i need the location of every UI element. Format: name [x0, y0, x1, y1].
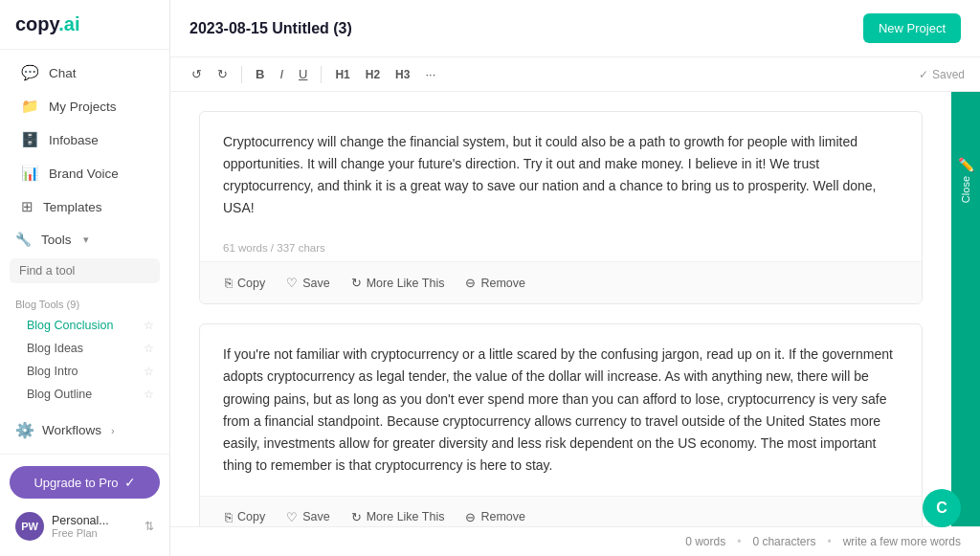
word-count: 0 words [685, 535, 725, 548]
h3-button[interactable]: H3 [390, 64, 415, 85]
status-bar: 0 words • 0 characters • write a few mor… [170, 526, 980, 556]
toolbar-divider [241, 66, 242, 83]
remove-icon: ⊖ [465, 510, 476, 524]
sidebar-item-blog-outline[interactable]: Blog Outline ☆ [0, 383, 169, 406]
star-icon[interactable]: ☆ [144, 319, 154, 332]
separator: • [827, 535, 831, 548]
sidebar-item-infobase[interactable]: 🗄️ Infobase [6, 123, 164, 156]
chevron-up-down-icon: ⇅ [145, 520, 154, 533]
content-block: Cryptocurrency will change the financial… [199, 111, 923, 304]
sidebar-item-chat[interactable]: 💬 Chat [6, 56, 164, 89]
close-panel-button[interactable]: ✏️ Close [954, 149, 978, 211]
undo-button[interactable]: ↺ [186, 63, 208, 85]
chat-icon: 💬 [21, 64, 39, 81]
content-area: Cryptocurrency will change the financial… [170, 92, 980, 526]
sidebar-bottom: Upgrade to Pro ✓ PW Personal... Free Pla… [0, 454, 169, 556]
sidebar-item-blog-ideas[interactable]: Blog Ideas ☆ [0, 337, 169, 360]
remove-icon: ⊖ [465, 276, 476, 290]
user-name: Personal... [52, 514, 137, 527]
sidebar-item-label: Brand Voice [49, 167, 119, 181]
sub-item-label: Blog Intro [27, 365, 78, 378]
check-icon: ✓ [124, 475, 136, 490]
content-block: If you're not familiar with cryptocurren… [199, 323, 923, 526]
infobase-icon: 🗄️ [21, 131, 39, 148]
avatar: PW [15, 512, 44, 541]
save-button[interactable]: ♡ Save [277, 270, 340, 296]
new-project-button[interactable]: New Project [863, 13, 961, 43]
more-like-this-button[interactable]: ↻ More Like This [342, 270, 455, 296]
refresh-icon: ↻ [351, 510, 362, 524]
content-actions: ⎘ Copy ♡ Save ↻ More Like This ⊖ [200, 261, 922, 303]
editor-toolbar: ↺ ↻ B I U H1 H2 H3 ··· ✓ Saved [170, 57, 980, 92]
main-area: 2023-08-15 Untitled (3) New Project ↺ ↻ … [170, 0, 980, 556]
underline-button[interactable]: U [293, 63, 313, 85]
tools-icon: 🔧 [15, 232, 32, 247]
edit-icon: ✏️ [958, 157, 974, 172]
heart-icon: ♡ [286, 276, 298, 290]
sidebar-item-label: Infobase [49, 133, 99, 147]
sidebar-item-label: Chat [49, 66, 77, 80]
sidebar-item-label: My Projects [49, 100, 117, 114]
toolbar-divider [321, 66, 322, 83]
remove-button[interactable]: ⊖ Remove [456, 270, 535, 296]
check-icon: ✓ [919, 68, 928, 81]
workflows-icon: ⚙️ [15, 421, 34, 439]
char-count: 0 characters [752, 535, 815, 548]
star-icon[interactable]: ☆ [144, 388, 154, 401]
star-icon[interactable]: ☆ [144, 342, 154, 355]
copy-button[interactable]: ⎘ Copy [215, 270, 275, 296]
more-options-button[interactable]: ··· [419, 63, 441, 85]
main-content: 2023-08-15 Untitled (3) New Project ↺ ↻ … [170, 0, 980, 556]
find-tool-input[interactable] [10, 258, 160, 283]
sidebar-item-brand-voice[interactable]: 📊 Brand Voice [6, 157, 164, 189]
sidebar-nav: 💬 Chat 📁 My Projects 🗄️ Infobase 📊 Brand… [0, 50, 169, 454]
editor-content: Cryptocurrency will change the financial… [170, 92, 951, 526]
sidebar-item-my-projects[interactable]: 📁 My Projects [6, 90, 164, 122]
sidebar-item-blog-conclusion[interactable]: Blog Conclusion ☆ [0, 314, 169, 337]
status-hint: write a few more words [843, 535, 961, 548]
h2-button[interactable]: H2 [360, 64, 386, 85]
main-header: 2023-08-15 Untitled (3) New Project [170, 0, 980, 57]
logo: copy.ai [15, 13, 79, 34]
upgrade-to-pro-button[interactable]: Upgrade to Pro ✓ [10, 466, 160, 499]
bold-button[interactable]: B [250, 63, 270, 85]
sidebar-item-blog-intro[interactable]: Blog Intro ☆ [0, 360, 169, 383]
star-icon[interactable]: ☆ [144, 365, 154, 378]
chevron-down-icon: ▾ [83, 234, 89, 246]
h1-button[interactable]: H1 [329, 64, 355, 85]
more-like-this-button[interactable]: ↻ More Like This [342, 504, 455, 526]
blog-tools-section-title: Blog Tools (9) [0, 291, 169, 314]
save-button[interactable]: ♡ Save [277, 504, 340, 526]
sidebar: copy.ai 💬 Chat 📁 My Projects 🗄️ Infobase… [0, 0, 170, 556]
copy-button[interactable]: ⎘ Copy [215, 504, 275, 526]
sub-item-label: Blog Outline [27, 388, 92, 401]
upgrade-label: Upgrade to Pro [33, 476, 118, 490]
italic-button[interactable]: I [274, 63, 289, 85]
user-plan: Free Plan [52, 527, 137, 539]
templates-icon: ⊞ [21, 198, 33, 215]
sidebar-item-tools[interactable]: 🔧 Tools ▾ [0, 224, 169, 255]
sub-item-label: Blog Ideas [27, 342, 83, 355]
redo-button[interactable]: ↻ [212, 63, 234, 85]
copy-icon: ⎘ [225, 276, 233, 290]
floating-avatar[interactable]: C [923, 489, 961, 527]
workflows-label: Workflows [42, 423, 101, 437]
separator: • [737, 535, 741, 548]
sidebar-item-workflows[interactable]: ⚙️ Workflows › [0, 413, 169, 447]
content-text: If you're not familiar with cryptocurren… [200, 324, 922, 496]
remove-button[interactable]: ⊖ Remove [456, 504, 535, 526]
sidebar-item-templates[interactable]: ⊞ Templates [6, 190, 164, 223]
close-panel-label: Close [960, 176, 971, 203]
content-text: Cryptocurrency will change the financial… [200, 112, 922, 238]
user-profile[interactable]: PW Personal... Free Plan ⇅ [10, 508, 160, 545]
refresh-icon: ↻ [351, 276, 362, 290]
sub-item-label: Blog Conclusion [27, 319, 113, 332]
content-actions: ⎘ Copy ♡ Save ↻ More Like This ⊖ [200, 496, 922, 526]
close-panel: ✏️ Close [951, 92, 980, 526]
saved-status: ✓ Saved [919, 68, 965, 81]
copy-icon: ⎘ [225, 510, 233, 524]
sidebar-item-label: Templates [43, 200, 102, 214]
page-title: 2023-08-15 Untitled (3) [189, 20, 352, 37]
projects-icon: 📁 [21, 98, 39, 115]
brand-voice-icon: 📊 [21, 165, 39, 182]
